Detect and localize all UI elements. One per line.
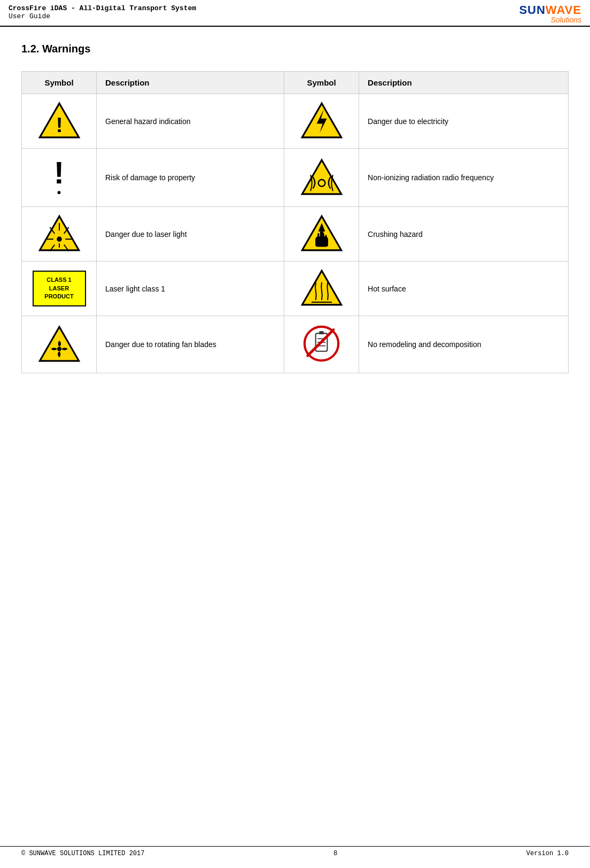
page-footer: © SUNWAVE SOLUTIONS LIMITED 2017 8 Versi… [0, 846, 590, 857]
table-row: ! ● Risk of damage to property [22, 149, 569, 207]
symbol-cell-hot-surface [284, 262, 359, 316]
general-hazard-symbol: ! [38, 102, 81, 139]
radiation-symbol [300, 158, 343, 196]
header-text: CrossFire iDAS - All-Digital Transport S… [9, 4, 196, 20]
desc-cell-no-remodeling: No remodeling and decomposition [359, 316, 569, 373]
svg-rect-19 [320, 232, 321, 237]
symbol-cell-crushing [284, 207, 359, 262]
logo-name: SUNWAVE [519, 4, 581, 16]
table-row: CLASS 1 LASER PRODUCT Laser light class … [22, 262, 569, 316]
col-header-symbol1: Symbol [22, 72, 97, 94]
col-header-symbol2: Symbol [284, 72, 359, 94]
no-remodeling-symbol [301, 324, 341, 364]
laser-light-symbol [38, 214, 81, 252]
symbol-cell-laser-light [22, 207, 97, 262]
fan-blades-symbol [38, 325, 81, 363]
header-title: CrossFire iDAS - All-Digital Transport S… [9, 4, 196, 12]
section-title: 1.2. Warnings [21, 43, 569, 55]
desc-cell-hot-surface: Hot surface [359, 262, 569, 316]
table-row: Danger due to laser light [22, 207, 569, 262]
table-row: ! General hazard indication [22, 94, 569, 149]
desc-cell-radiation: Non-ionizing radiation radio frequency [359, 149, 569, 207]
svg-rect-20 [322, 233, 324, 239]
symbol-cell-radiation [284, 149, 359, 207]
table-row: Danger due to rotating fan blades [22, 316, 569, 373]
svg-rect-18 [317, 233, 319, 239]
svg-text:!: ! [56, 113, 63, 136]
header-subtitle: User Guide [9, 12, 196, 20]
symbol-cell-property-damage: ! ● [22, 149, 97, 207]
svg-rect-21 [325, 235, 327, 239]
svg-point-7 [57, 236, 62, 242]
laser-class-line1: CLASS 1 [39, 276, 80, 284]
property-damage-symbol: ! ● [54, 156, 64, 199]
desc-cell-general-hazard: General hazard indication [97, 94, 284, 149]
col-header-desc2: Description [359, 72, 569, 94]
company-logo: SUNWAVE Solutions [519, 4, 581, 24]
page-content: 1.2. Warnings Symbol Description Symbol … [0, 27, 590, 389]
hot-surface-symbol [300, 269, 343, 306]
symbol-cell-no-remodeling [284, 316, 359, 373]
footer-copyright: © SUNWAVE SOLUTIONS LIMITED 2017 [21, 850, 144, 857]
col-header-desc1: Description [97, 72, 284, 94]
electricity-hazard-symbol [300, 102, 343, 139]
desc-cell-property-damage: Risk of damage to property [97, 149, 284, 207]
desc-cell-laser-class: Laser light class 1 [97, 262, 284, 316]
symbol-cell-electricity [284, 94, 359, 149]
symbol-cell-general-hazard: ! [22, 94, 97, 149]
desc-cell-fan-blades: Danger due to rotating fan blades [97, 316, 284, 373]
footer-page-number: 8 [333, 850, 337, 857]
svg-marker-4 [302, 160, 341, 194]
warnings-table: Symbol Description Symbol Description ! [21, 71, 569, 373]
page-header: CrossFire iDAS - All-Digital Transport S… [0, 0, 590, 27]
desc-cell-laser-light: Danger due to laser light [97, 207, 284, 262]
symbol-cell-fan-blades [22, 316, 97, 373]
symbol-cell-laser-class: CLASS 1 LASER PRODUCT [22, 262, 97, 316]
svg-rect-28 [319, 331, 323, 334]
footer-version: Version 1.0 [526, 850, 569, 857]
svg-point-25 [57, 347, 61, 351]
crushing-hazard-symbol [300, 214, 343, 252]
logo-tagline: Solutions [550, 16, 581, 24]
laser-class-symbol: CLASS 1 LASER PRODUCT [33, 271, 86, 306]
desc-cell-electricity: Danger due to electricity [359, 94, 569, 149]
desc-cell-crushing: Crushing hazard [359, 207, 569, 262]
laser-class-line2: LASER PRODUCT [39, 285, 80, 301]
